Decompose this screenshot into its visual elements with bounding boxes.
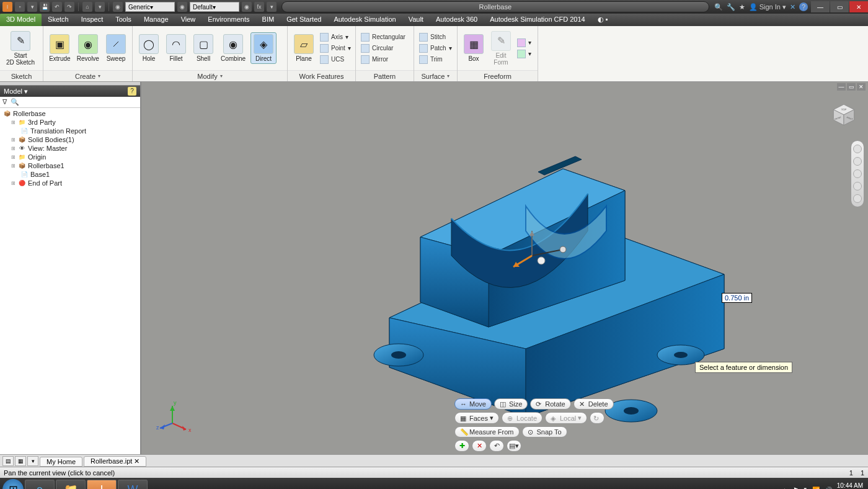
signin-button[interactable]: 👤 Sign In ▾ <box>749 3 786 11</box>
tab-simulation[interactable]: Autodesk Simulation <box>327 14 402 26</box>
rotate-button[interactable]: ⟳Rotate <box>530 398 570 410</box>
tray-battery-icon[interactable]: ▮ <box>804 487 807 490</box>
apply-button[interactable]: ↶ <box>489 440 504 452</box>
viewport[interactable]: — ▭ ✕ <box>141 82 868 454</box>
ff-opt1[interactable]: ▾ <box>516 38 533 48</box>
tab-inspect[interactable]: Inspect <box>75 14 109 26</box>
nav-pan-icon[interactable] <box>853 157 862 166</box>
browser-header[interactable]: Model ▾ ? <box>0 86 140 97</box>
point-button[interactable]: Point ▾ <box>319 43 352 53</box>
extra-button[interactable]: ↻ <box>590 412 604 424</box>
tree-item[interactable]: 📄Base1 <box>2 170 138 179</box>
new-icon[interactable]: ▫ <box>15 2 25 12</box>
key-icon[interactable]: 🔧 <box>727 3 735 11</box>
rect-pattern-button[interactable]: Rectangular <box>360 32 407 42</box>
appearance-icon[interactable]: ◉ <box>177 2 187 12</box>
measure-from-button[interactable]: 📏Measure From <box>454 426 520 437</box>
taskbar-inventor[interactable]: I <box>87 480 117 489</box>
stitch-button[interactable]: Stitch <box>418 32 453 42</box>
tray-flag-icon[interactable]: ⚑ <box>793 487 799 490</box>
panel-surface-label[interactable]: Surface <box>414 70 457 81</box>
search-icon[interactable]: 🔍 <box>714 3 723 11</box>
tab-list-icon[interactable]: ▤ <box>2 456 14 466</box>
nav-wheel-icon[interactable] <box>853 145 862 153</box>
tab-view[interactable]: View <box>175 14 202 26</box>
tree-item[interactable]: 📄Translation Report <box>2 127 138 135</box>
tab-get-started[interactable]: Get Started <box>280 14 327 26</box>
tray-up-icon[interactable]: ▲ <box>782 487 788 490</box>
sweep-button[interactable]: ⟋Sweep <box>104 33 128 63</box>
tree-item[interactable]: ⊞ 📁Origin <box>2 153 138 161</box>
extrude-button[interactable]: ▣Extrude <box>47 33 73 63</box>
start-sketch-button[interactable]: ✎Start 2D Sketch <box>4 30 37 67</box>
panel-create-label[interactable]: Create <box>43 70 132 81</box>
fillet-button[interactable]: ◠Fillet <box>164 33 188 63</box>
trim-button[interactable]: Trim <box>418 55 453 65</box>
save-icon[interactable]: 💾 <box>40 2 50 12</box>
tab-home[interactable]: My Home <box>40 457 82 467</box>
material-icon[interactable]: ◉ <box>113 2 123 12</box>
tab-environments[interactable]: Environments <box>202 14 255 26</box>
revolve-button[interactable]: ◉Revolve <box>75 33 101 63</box>
clock[interactable]: 10:44 AM 8/4/2014 <box>837 482 866 489</box>
exchange-icon[interactable]: ✕ <box>790 3 795 11</box>
mirror-button[interactable]: Mirror <box>360 55 407 65</box>
delete-button[interactable]: ✕Delete <box>574 398 614 410</box>
param-icon[interactable]: fx <box>254 2 264 12</box>
plane-button[interactable]: ▱Plane <box>291 33 316 63</box>
tab-cascade-icon[interactable]: ▾ <box>27 456 38 466</box>
tree-item[interactable]: ⊞ 📦Rollerbase1 <box>2 161 138 170</box>
tray-network-icon[interactable]: 📶 <box>812 487 820 490</box>
minimize-button[interactable]: — <box>811 1 830 12</box>
tab-sketch[interactable]: Sketch <box>42 14 75 26</box>
ok-button[interactable]: ✚ <box>454 440 469 452</box>
redo-icon[interactable]: ↷ <box>64 2 74 12</box>
tree-root[interactable]: 📦Rollerbase <box>2 109 138 118</box>
ucs-button[interactable]: UCS <box>319 55 352 65</box>
circ-pattern-button[interactable]: Circular <box>360 43 407 53</box>
options-button[interactable]: ▤▾ <box>507 440 521 452</box>
help-icon[interactable]: ? <box>799 2 808 11</box>
close-button[interactable]: ✕ <box>849 1 868 12</box>
combine-button[interactable]: ◉Combine <box>218 33 248 63</box>
direct-button[interactable]: ◈Direct <box>250 32 277 64</box>
open-icon[interactable]: ▾ <box>27 2 37 12</box>
taskbar-word[interactable]: W <box>118 480 148 489</box>
locate-button[interactable]: ⊕Locate <box>502 412 542 424</box>
cancel-button[interactable]: ✕ <box>472 440 487 452</box>
move-button[interactable]: ↔Move <box>454 398 492 410</box>
filter-icon[interactable]: ∇ <box>2 98 7 106</box>
nav-orbit-icon[interactable] <box>853 182 862 191</box>
color-icon[interactable]: ◉ <box>242 2 252 12</box>
size-button[interactable]: ◫Size <box>494 398 528 410</box>
ff-opt2[interactable]: ▾ <box>516 49 533 59</box>
panel-modify-label[interactable]: Modify <box>133 70 287 81</box>
tab-bim[interactable]: BIM <box>256 14 281 26</box>
app-icon[interactable]: I <box>2 2 12 12</box>
tab-3d-model[interactable]: 3D Model <box>0 14 42 26</box>
tab-manage[interactable]: Manage <box>138 14 175 26</box>
nav-bar[interactable] <box>851 140 864 207</box>
tree-item[interactable]: ⊞ 👁View: Master <box>2 144 138 153</box>
view-cube[interactable]: TOP FRONT RIGHT <box>828 99 859 130</box>
tab-extras[interactable]: ◐ ▪ <box>591 14 614 26</box>
faces-button[interactable]: ▦Faces ▾ <box>454 412 499 424</box>
tab-cfd[interactable]: Autodesk Simulation CFD 2014 <box>484 14 591 26</box>
local-button[interactable]: ◈Local ▾ <box>545 412 587 424</box>
axis-button[interactable]: Axis ▾ <box>319 32 352 42</box>
tray-volume-icon[interactable]: 🔊 <box>825 487 832 490</box>
taskbar-explorer[interactable]: 📁 <box>56 480 86 489</box>
taskbar-ie[interactable]: e <box>25 480 55 489</box>
more-icon[interactable]: ▾ <box>267 2 277 12</box>
star-icon[interactable]: ★ <box>739 3 745 11</box>
start-button[interactable]: ⊞ <box>2 479 24 489</box>
tab-vault[interactable]: Vault <box>402 14 430 26</box>
snap-to-button[interactable]: ⊙Snap To <box>522 426 567 437</box>
edit-form-button[interactable]: ✎Edit Form <box>489 30 513 67</box>
home-icon[interactable]: ⌂ <box>82 2 92 12</box>
tree-item[interactable]: ⊞ 🔴End of Part <box>2 179 138 187</box>
material-dropdown[interactable]: Generic ▾ <box>125 2 175 12</box>
box-button[interactable]: ▦Box <box>461 33 486 63</box>
model-tree[interactable]: 📦Rollerbase ⊞ 📁3rd Party📄Translation Rep… <box>0 108 140 454</box>
tab-a360[interactable]: Autodesk 360 <box>430 14 484 26</box>
